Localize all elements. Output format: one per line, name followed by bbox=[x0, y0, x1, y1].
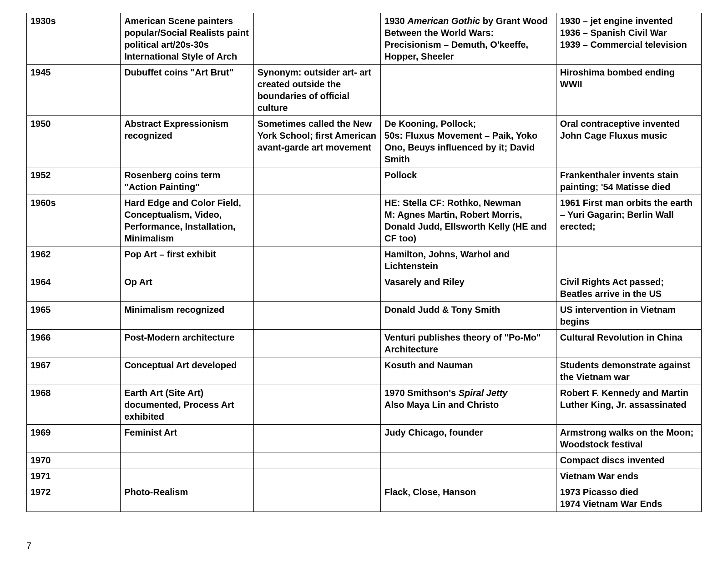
cell-line: Vasarely and Riley bbox=[384, 276, 552, 288]
cell-line: Armstrong walks on the Moon; Woodstock f… bbox=[560, 427, 698, 450]
table-cell: Armstrong walks on the Moon; Woodstock f… bbox=[556, 425, 701, 452]
table-cell: 1960s bbox=[27, 195, 121, 246]
table-cell: Venturi publishes theory of "Po-Mo" Arch… bbox=[381, 330, 556, 357]
table-cell: Pollock bbox=[381, 167, 556, 195]
table-row: 1952Rosenberg coins term "Action Paintin… bbox=[27, 167, 702, 195]
table-cell bbox=[253, 484, 380, 512]
cell-line: Also Maya Lin and Christo bbox=[384, 399, 552, 411]
table-cell: Photo-Realism bbox=[121, 484, 254, 512]
table-cell bbox=[121, 452, 254, 468]
table-cell: 1962 bbox=[27, 246, 121, 274]
table-cell: 1952 bbox=[27, 167, 121, 195]
cell-line: American Scene painters popular/Social R… bbox=[124, 15, 250, 62]
table-cell: 1973 Picasso died1974 Vietnam War Ends bbox=[556, 484, 701, 512]
table-cell bbox=[556, 246, 701, 274]
table-row: 1967Conceptual Art developedKosuth and N… bbox=[27, 357, 702, 385]
table-cell bbox=[253, 246, 380, 274]
cell-line: Vietnam War ends bbox=[560, 470, 698, 482]
cell-line: Hamilton, Johns, Warhol and Lichtenstein bbox=[384, 248, 552, 272]
table-cell: 1967 bbox=[27, 357, 121, 385]
table-cell: 1964 bbox=[27, 274, 121, 302]
table-cell bbox=[253, 452, 380, 468]
table-row: 1972Photo-RealismFlack, Close, Hanson197… bbox=[27, 484, 702, 512]
table-row: 1964Op ArtVasarely and RileyCivil Rights… bbox=[27, 274, 702, 302]
cell-line: Students demonstrate against the Vietnam… bbox=[560, 359, 698, 383]
table-cell bbox=[253, 302, 380, 330]
cell-line: Kosuth and Nauman bbox=[384, 359, 552, 371]
table-cell: 1969 bbox=[27, 425, 121, 452]
table-cell: 1950 bbox=[27, 116, 121, 167]
table-cell: Synonym: outsider art- art created outsi… bbox=[253, 65, 380, 116]
cell-line: Cultural Revolution in China bbox=[560, 331, 698, 343]
cell-line: Sometimes called the New York School; fi… bbox=[258, 118, 377, 153]
table-cell: Hamilton, Johns, Warhol and Lichtenstein bbox=[381, 246, 556, 274]
cell-line: 50s: Fluxus Movement – Paik, Yoko Ono, B… bbox=[384, 130, 552, 165]
cell-line: Pollock bbox=[384, 169, 552, 181]
cell-line: Pop Art – first exhibit bbox=[124, 248, 250, 260]
table-cell: Civil Rights Act passed; Beatles arrive … bbox=[556, 274, 701, 302]
table-cell bbox=[253, 167, 380, 195]
table-cell bbox=[381, 65, 556, 116]
table-cell: Donald Judd & Tony Smith bbox=[381, 302, 556, 330]
table-cell bbox=[253, 385, 380, 425]
cell-line: Dubuffet coins "Art Brut" bbox=[124, 66, 250, 78]
table-cell: Cultural Revolution in China bbox=[556, 330, 701, 357]
timeline-table: 1930sAmerican Scene painters popular/Soc… bbox=[26, 13, 702, 512]
cell-line: 1971 bbox=[30, 470, 116, 482]
cell-line: HE: Stella CF: Rothko, Newman bbox=[384, 197, 552, 209]
cell-line: Between the World Wars: Precisionism – D… bbox=[384, 27, 552, 62]
table-cell: Vietnam War ends bbox=[556, 468, 701, 484]
cell-line: Oral contraceptive invented bbox=[560, 118, 698, 130]
table-cell: De Kooning, Pollock;50s: Fluxus Movement… bbox=[381, 116, 556, 167]
table-cell: 1966 bbox=[27, 330, 121, 357]
page-number: 7 bbox=[26, 541, 31, 551]
table-cell bbox=[253, 274, 380, 302]
cell-line: 1970 bbox=[30, 454, 116, 466]
cell-line: Op Art bbox=[124, 276, 250, 288]
table-cell: American Scene painters popular/Social R… bbox=[121, 13, 254, 65]
cell-line: Donald Judd & Tony Smith bbox=[384, 304, 552, 316]
cell-line: Post-Modern architecture bbox=[124, 331, 250, 343]
cell-line: Hard Edge and Color Field, Conceptualism… bbox=[124, 197, 250, 244]
italic-text: American Gothic bbox=[407, 16, 480, 26]
table-cell: Earth Art (Site Art) documented, Process… bbox=[121, 385, 254, 425]
cell-line: Abstract Expressionism recognized bbox=[124, 118, 250, 141]
cell-line: 1974 Vietnam War Ends bbox=[560, 498, 698, 510]
table-cell: HE: Stella CF: Rothko, NewmanM: Agnes Ma… bbox=[381, 195, 556, 246]
table-cell: Sometimes called the New York School; fi… bbox=[253, 116, 380, 167]
cell-line: Synonym: outsider art- art created outsi… bbox=[258, 66, 377, 114]
table-cell: Kosuth and Nauman bbox=[381, 357, 556, 385]
cell-line: Hiroshima bombed ending WWII bbox=[560, 66, 698, 90]
table-cell: Pop Art – first exhibit bbox=[121, 246, 254, 274]
table-cell: Oral contraceptive inventedJohn Cage Flu… bbox=[556, 116, 701, 167]
cell-line: Frankenthaler invents stain painting; '5… bbox=[560, 169, 698, 193]
table-body: 1930sAmerican Scene painters popular/Soc… bbox=[27, 13, 702, 512]
table-row: 1960sHard Edge and Color Field, Conceptu… bbox=[27, 195, 702, 246]
cell-line: Civil Rights Act passed; Beatles arrive … bbox=[560, 276, 698, 300]
table-cell: Hard Edge and Color Field, Conceptualism… bbox=[121, 195, 254, 246]
cell-line: 1970 Smithson's Spiral Jetty bbox=[384, 387, 552, 399]
cell-line: Flack, Close, Hanson bbox=[384, 486, 552, 498]
cell-line: 1965 bbox=[30, 304, 116, 316]
table-cell: 1972 bbox=[27, 484, 121, 512]
cell-line: Minimalism recognized bbox=[124, 304, 250, 316]
cell-line: Photo-Realism bbox=[124, 486, 250, 498]
table-cell: 1930 – jet engine invented1936 – Spanish… bbox=[556, 13, 701, 65]
cell-line: 1930 – jet engine invented bbox=[560, 15, 698, 27]
document-page: 1930sAmerican Scene painters popular/Soc… bbox=[0, 0, 728, 562]
table-row: 1968Earth Art (Site Art) documented, Pro… bbox=[27, 385, 702, 425]
cell-line: M: Agnes Martin, Robert Morris, Donald J… bbox=[384, 209, 552, 244]
cell-line: 1952 bbox=[30, 169, 116, 181]
table-cell: 1930 American Gothic by Grant WoodBetwee… bbox=[381, 13, 556, 65]
table-cell: Flack, Close, Hanson bbox=[381, 484, 556, 512]
cell-line: 1973 Picasso died bbox=[560, 486, 698, 498]
table-cell: 1945 bbox=[27, 65, 121, 116]
table-cell: Op Art bbox=[121, 274, 254, 302]
cell-line: Earth Art (Site Art) documented, Process… bbox=[124, 387, 250, 422]
table-cell: Robert F. Kennedy and Martin Luther King… bbox=[556, 385, 701, 425]
table-cell: 1970 bbox=[27, 452, 121, 468]
table-cell: Frankenthaler invents stain painting; '5… bbox=[556, 167, 701, 195]
table-cell bbox=[381, 452, 556, 468]
table-row: 1969Feminist ArtJudy Chicago, founderArm… bbox=[27, 425, 702, 452]
table-cell: Students demonstrate against the Vietnam… bbox=[556, 357, 701, 385]
